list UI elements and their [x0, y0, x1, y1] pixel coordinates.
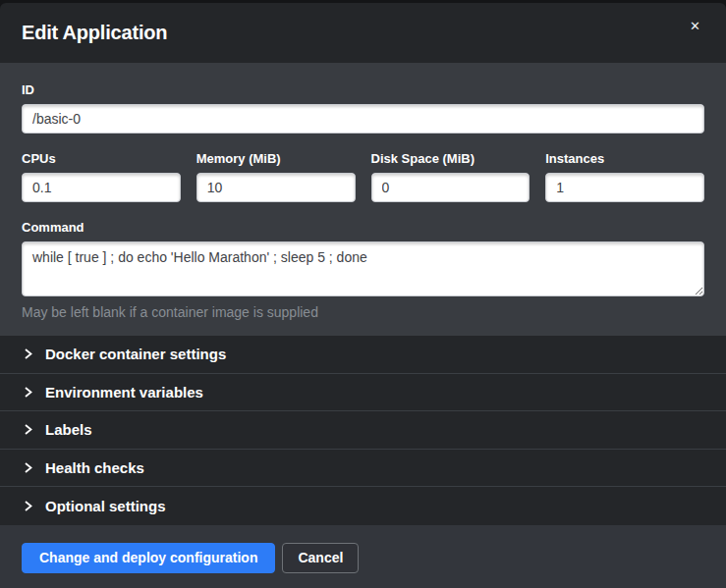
- section-label: Health checks: [45, 459, 144, 476]
- collapsible-sections: Docker container settings Environment va…: [0, 336, 726, 525]
- cpus-field-group: CPUs: [22, 151, 181, 202]
- command-textarea[interactable]: while [ true ] ; do echo 'Hello Marathon…: [22, 241, 704, 296]
- section-labels[interactable]: Labels: [0, 411, 726, 450]
- chevron-right-icon: [22, 500, 34, 512]
- section-environment-variables[interactable]: Environment variables: [0, 374, 726, 412]
- chevron-right-icon: [22, 347, 34, 360]
- application-form: ID CPUs Memory (MiB) Disk Space (MiB) In…: [0, 63, 726, 336]
- id-label: ID: [22, 82, 704, 97]
- cpus-label: CPUs: [22, 151, 181, 166]
- instances-field-group: Instances: [545, 151, 704, 202]
- section-optional-settings[interactable]: Optional settings: [0, 487, 726, 525]
- section-docker-container-settings[interactable]: Docker container settings: [0, 336, 726, 374]
- disk-label: Disk Space (MiB): [371, 151, 531, 166]
- cancel-button[interactable]: Cancel: [282, 543, 359, 573]
- edit-application-modal: Edit Application ✕ ID CPUs Memory (MiB) …: [0, 3, 726, 588]
- disk-field-group: Disk Space (MiB): [371, 151, 531, 202]
- cpus-input[interactable]: [22, 173, 181, 202]
- command-field-group: Command while [ true ] ; do echo 'Hello …: [22, 220, 704, 320]
- chevron-right-icon: [22, 423, 34, 436]
- command-label: Command: [22, 220, 704, 235]
- instances-label: Instances: [545, 151, 704, 166]
- change-and-deploy-button[interactable]: Change and deploy configuration: [22, 543, 275, 573]
- disk-input[interactable]: [371, 173, 531, 202]
- page-title: Edit Application: [22, 22, 167, 44]
- resources-row: CPUs Memory (MiB) Disk Space (MiB) Insta…: [22, 151, 704, 202]
- id-field-group: ID: [22, 82, 704, 134]
- memory-field-group: Memory (MiB): [196, 151, 356, 202]
- section-label: Optional settings: [45, 498, 166, 514]
- instances-input[interactable]: [545, 173, 704, 202]
- chevron-right-icon: [22, 386, 34, 399]
- close-button[interactable]: ✕: [686, 16, 704, 36]
- memory-label: Memory (MiB): [196, 151, 356, 166]
- close-icon: ✕: [690, 19, 700, 33]
- section-label: Labels: [45, 421, 92, 438]
- modal-header: Edit Application ✕: [0, 3, 726, 63]
- command-help-text: May be left blank if a container image i…: [22, 304, 704, 320]
- section-label: Docker container settings: [45, 346, 226, 362]
- chevron-right-icon: [22, 461, 34, 474]
- section-label: Environment variables: [45, 384, 203, 401]
- id-input[interactable]: [22, 104, 704, 134]
- memory-input[interactable]: [196, 173, 356, 202]
- section-health-checks[interactable]: Health checks: [0, 450, 726, 488]
- modal-footer: Change and deploy configuration Cancel: [0, 525, 726, 588]
